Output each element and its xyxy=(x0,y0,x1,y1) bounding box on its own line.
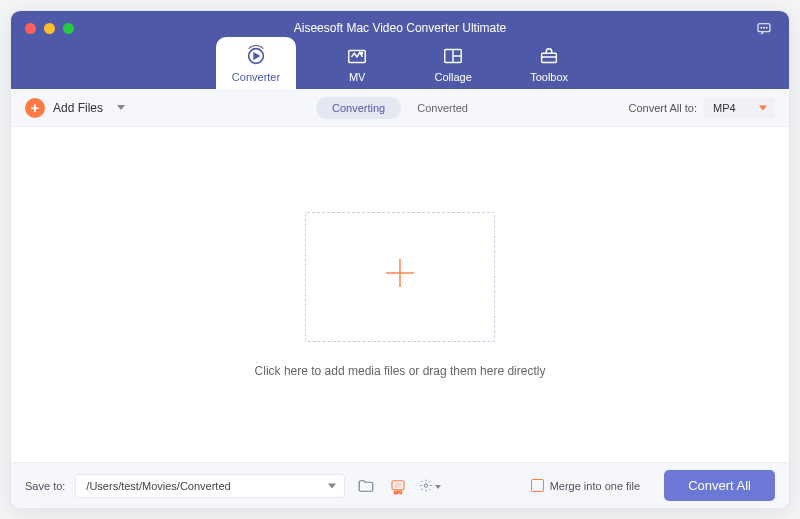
save-to-label: Save to: xyxy=(25,480,65,492)
checkbox-icon xyxy=(531,479,544,492)
svg-point-18 xyxy=(425,484,429,488)
traffic-lights xyxy=(25,23,74,34)
conversion-state-segmented: Converting Converted xyxy=(316,97,484,119)
merge-checkbox[interactable]: Merge into one file xyxy=(531,479,641,492)
titlebar: Aiseesoft Mac Video Converter Ultimate C… xyxy=(11,11,789,89)
svg-rect-11 xyxy=(542,53,557,62)
tab-label: Converter xyxy=(232,71,280,83)
dropzone-hint: Click here to add media files or drag th… xyxy=(255,364,546,378)
settings-button[interactable] xyxy=(419,475,441,497)
window-title: Aiseesoft Mac Video Converter Ultimate xyxy=(11,11,789,35)
main-content: Click here to add media files or drag th… xyxy=(11,127,789,462)
convert-all-button[interactable]: Convert All xyxy=(664,470,775,501)
close-window-button[interactable] xyxy=(25,23,36,34)
open-folder-button[interactable] xyxy=(355,475,377,497)
svg-text:GPU: GPU xyxy=(394,490,402,494)
main-tabs: Converter MV Collage xyxy=(11,35,789,89)
tab-converter[interactable]: Converter xyxy=(216,37,296,89)
svg-marker-5 xyxy=(254,53,259,59)
add-files-button[interactable]: + Add Files xyxy=(25,98,125,118)
save-path-select[interactable]: /Users/test/Movies/Converted xyxy=(75,474,345,498)
output-format-value: MP4 xyxy=(713,102,736,114)
chevron-down-icon xyxy=(117,105,125,110)
plus-icon xyxy=(380,253,420,301)
feedback-icon[interactable] xyxy=(755,21,773,37)
minimize-window-button[interactable] xyxy=(44,23,55,34)
toolbox-icon xyxy=(538,45,560,67)
plus-icon: + xyxy=(25,98,45,118)
toolbar-right: Convert All to: MP4 xyxy=(629,98,775,118)
footer: Save to: /Users/test/Movies/Converted GP… xyxy=(11,462,789,508)
svg-point-7 xyxy=(361,52,363,54)
app-window: Aiseesoft Mac Video Converter Ultimate C… xyxy=(10,10,790,509)
svg-point-1 xyxy=(761,27,762,28)
segment-converting[interactable]: Converting xyxy=(316,97,401,119)
merge-label: Merge into one file xyxy=(550,480,641,492)
gpu-accel-button[interactable]: GPU xyxy=(387,475,409,497)
tab-label: Toolbox xyxy=(530,71,568,83)
tab-toolbox[interactable]: Toolbox xyxy=(514,37,584,89)
output-format-select[interactable]: MP4 xyxy=(703,98,775,118)
tab-collage[interactable]: Collage xyxy=(418,37,488,89)
add-files-label: Add Files xyxy=(53,101,103,115)
maximize-window-button[interactable] xyxy=(63,23,74,34)
convert-all-to-label: Convert All to: xyxy=(629,102,697,114)
svg-point-3 xyxy=(766,27,767,28)
tab-label: Collage xyxy=(434,71,471,83)
tab-label: MV xyxy=(349,71,366,83)
toolbar: + Add Files Converting Converted Convert… xyxy=(11,89,789,127)
collage-icon xyxy=(442,45,464,67)
svg-point-2 xyxy=(764,27,765,28)
converter-icon xyxy=(245,45,267,67)
add-media-dropzone[interactable] xyxy=(305,212,495,342)
segment-converted[interactable]: Converted xyxy=(401,97,484,119)
svg-rect-16 xyxy=(395,483,401,488)
tab-mv[interactable]: MV xyxy=(322,37,392,89)
save-path-value: /Users/test/Movies/Converted xyxy=(86,480,230,492)
mv-icon xyxy=(346,45,368,67)
